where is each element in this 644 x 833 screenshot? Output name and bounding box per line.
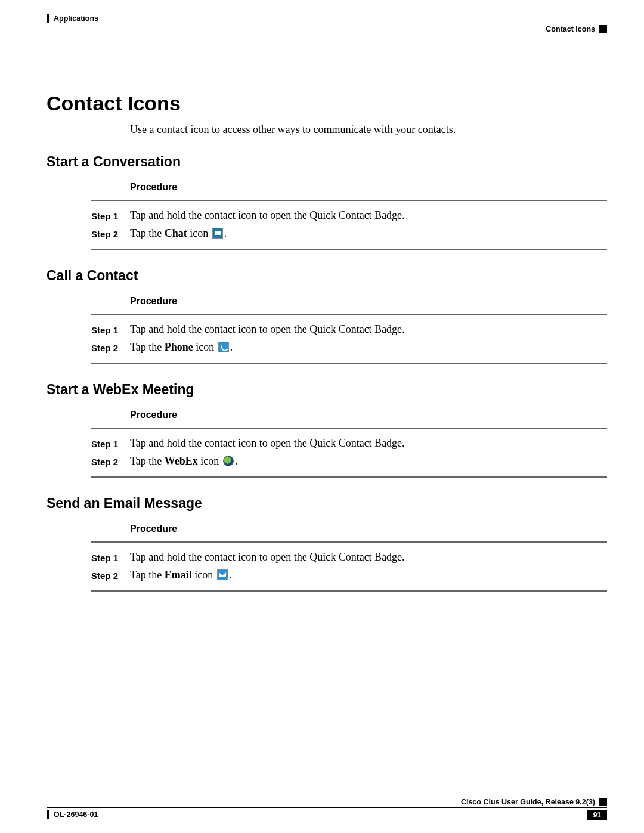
footer-guide-text: Cisco Cius User Guide, Release 9.2(3) xyxy=(461,798,595,806)
step-label: Step 1 xyxy=(91,207,130,225)
step-suffix: icon xyxy=(193,341,217,353)
procedure-label: Procedure xyxy=(130,182,607,193)
divider xyxy=(91,363,607,364)
step-row: Step 1Tap and hold the contact icon to o… xyxy=(91,549,607,566)
page-footer: Cisco Cius User Guide, Release 9.2(3) OL… xyxy=(47,798,607,820)
step-label: Step 2 xyxy=(91,339,130,357)
step-row: Step 1Tap and hold the contact icon to o… xyxy=(91,321,607,339)
step-row: Step 1Tap and hold the contact icon to o… xyxy=(91,435,607,453)
step-suffix: icon xyxy=(192,569,216,581)
step-tail: . xyxy=(235,455,238,467)
intro-text: Use a contact icon to access other ways … xyxy=(130,123,607,136)
step-suffix: icon xyxy=(187,227,211,239)
step-row: Step 1Tap and hold the contact icon to o… xyxy=(91,207,607,225)
step-row: Step 2Tap the Chat icon . xyxy=(91,225,607,243)
divider xyxy=(91,428,607,429)
step-tail: . xyxy=(224,227,227,239)
step-row: Step 2Tap the WebEx icon . xyxy=(91,453,607,470)
header-section: Contact Icons xyxy=(546,25,607,33)
footer-guide-row: Cisco Cius User Guide, Release 9.2(3) xyxy=(47,798,607,808)
step-label: Step 1 xyxy=(91,549,130,566)
section-heading: Call a Contact xyxy=(47,268,607,284)
step-tail: . xyxy=(230,341,233,353)
header-chapter-text: Applications xyxy=(54,14,98,23)
step-prefix: Tap the xyxy=(130,455,165,467)
step-label: Step 2 xyxy=(91,566,130,584)
step-text: Tap and hold the contact icon to open th… xyxy=(130,207,607,224)
section-heading: Start a WebEx Meeting xyxy=(47,382,607,398)
step-prefix: Tap the xyxy=(130,227,165,239)
divider xyxy=(91,590,607,592)
section-heading: Send an Email Message xyxy=(47,496,607,512)
step-bold: Phone xyxy=(165,341,193,353)
footer-box-icon xyxy=(599,798,607,806)
chat-icon xyxy=(212,228,223,239)
step-text: Tap the Chat icon . xyxy=(130,225,607,241)
header-section-text: Contact Icons xyxy=(546,25,595,33)
step-tail: . xyxy=(229,569,232,581)
footer-docnum: OL-26946-01 xyxy=(47,810,98,819)
procedure-label: Procedure xyxy=(130,410,607,420)
page-title: Contact Icons xyxy=(47,92,607,115)
step-row: Step 2Tap the Email icon . xyxy=(91,566,607,584)
section-heading: Start a Conversation xyxy=(47,154,607,170)
page-number: 91 xyxy=(587,810,607,820)
step-bold: Chat xyxy=(165,227,187,239)
step-label: Step 1 xyxy=(91,321,130,339)
step-row: Step 2Tap the Phone icon . xyxy=(91,339,607,357)
divider xyxy=(91,200,607,201)
step-text: Tap the Phone icon . xyxy=(130,339,607,355)
header-bar-icon xyxy=(47,14,49,23)
step-label: Step 2 xyxy=(91,225,130,243)
email-icon xyxy=(217,569,228,580)
divider xyxy=(91,314,607,315)
step-label: Step 1 xyxy=(91,435,130,453)
procedure-label: Procedure xyxy=(130,524,607,534)
footer-bottom-row: OL-26946-01 91 xyxy=(47,808,607,820)
step-bold: WebEx xyxy=(165,455,198,467)
main-content: Contact Icons Use a contact icon to acce… xyxy=(47,92,607,592)
phone-icon xyxy=(218,342,229,352)
footer-docnum-text: OL-26946-01 xyxy=(54,810,98,819)
step-text: Tap and hold the contact icon to open th… xyxy=(130,435,607,451)
divider xyxy=(91,249,607,250)
step-text: Tap and hold the contact icon to open th… xyxy=(130,549,607,565)
step-bold: Email xyxy=(165,569,192,581)
procedure-label: Procedure xyxy=(130,296,607,306)
step-text: Tap and hold the contact icon to open th… xyxy=(130,321,607,337)
footer-bar-icon xyxy=(47,810,49,819)
divider xyxy=(91,541,607,543)
page-header: Applications Contact Icons xyxy=(47,14,607,38)
footer-page: 91 xyxy=(587,809,607,820)
step-text: Tap the WebEx icon . xyxy=(130,453,607,469)
divider xyxy=(91,476,607,478)
header-chapter: Applications xyxy=(47,14,98,23)
webex-icon xyxy=(223,456,234,466)
step-prefix: Tap the xyxy=(130,341,165,353)
step-prefix: Tap the xyxy=(130,569,165,581)
header-box-icon xyxy=(599,25,607,33)
step-suffix: icon xyxy=(198,455,222,467)
step-text: Tap the Email icon . xyxy=(130,566,607,583)
step-label: Step 2 xyxy=(91,453,130,470)
